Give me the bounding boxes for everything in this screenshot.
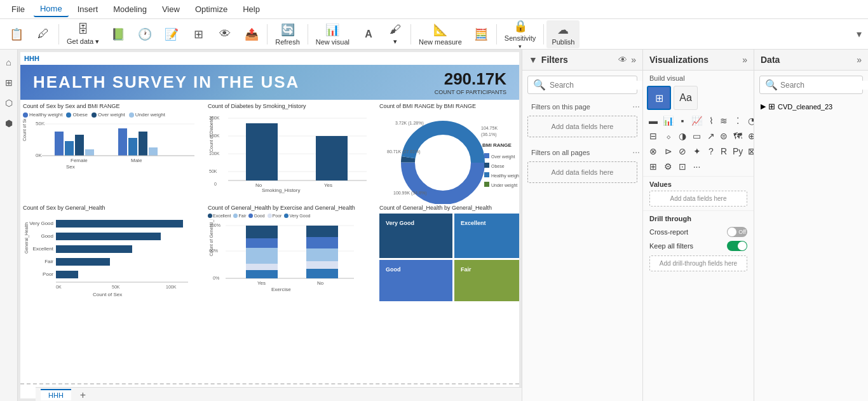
svg-text:Excellent: Excellent [33,246,54,252]
get-data-button[interactable]: 🗄 Get data ▾ [62,20,104,48]
add-tab-button[interactable]: + [72,387,93,402]
menu-view[interactable]: View [156,2,186,17]
refresh-button[interactable]: 🔄 Refresh [270,20,305,48]
viz-slicer[interactable]: ⊜ [718,129,729,143]
format-painter-button[interactable]: 🖊 [31,25,56,43]
filters-eye-icon[interactable]: 👁 [618,55,627,65]
menu-help[interactable]: Help [236,2,266,17]
viz-filled-map[interactable]: ⊕ [746,129,754,143]
viz-smart-narr[interactable]: ✦ [689,144,704,158]
data-expand-icon[interactable]: » [857,55,862,65]
table-button[interactable]: ⊞ [186,25,211,44]
share-button[interactable]: 📤 [239,25,264,44]
enter-data-button[interactable]: 📝 [159,25,184,44]
viz-key-influencers[interactable]: ⊘ [677,144,688,158]
viz-paginated[interactable]: R [718,144,729,158]
viz-qna[interactable]: ? [705,144,717,158]
filters-panel-icons: 👁 » [618,55,636,65]
viz-drill-title: Drill through [649,215,747,222]
filters-search-box[interactable]: 🔍 [527,76,637,94]
canvas-bottom-line [20,383,519,384]
viz-ribbon-chart[interactable]: ≋ [718,114,729,128]
chart1-title: Count of Sex by Sex and BMI RANGE [23,103,204,109]
bottom-tab-bar: HHH + [36,387,522,401]
tab-hhh[interactable]: HHH [41,389,71,400]
menu-optimize[interactable]: Optimize [189,2,234,17]
dataflow-button[interactable]: 🕐 [132,25,158,44]
viz-values-field[interactable]: Add data fields here [649,191,747,207]
menu-file[interactable]: File [5,2,31,17]
filters-add-box1[interactable]: Add data fields here [527,116,637,137]
sidebar-model-icon[interactable]: ⬡ [3,95,15,111]
keep-filters-toggle[interactable]: On [727,241,747,251]
chart3-container[interactable]: Count of BMI RANGE by BMI RANGE 3.72K (1… [379,103,519,201]
shapes-button[interactable]: 🖌 ▾ [383,20,408,48]
viz-values-title: Values [649,180,747,188]
publish-button[interactable]: ☁ Publish [546,20,580,48]
chart6-container[interactable]: Count of General_Health by General_Healt… [379,205,519,306]
viz-format-icon[interactable]: Aa [674,86,698,110]
sidebar-home-icon[interactable]: ⌂ [3,55,13,70]
data-search-input[interactable] [780,81,868,90]
chart2-svg: 200K 150K 100K 50K 0 No Yes Smo [208,112,373,194]
viz-drill-field[interactable]: Add drill-through fields here [649,255,747,271]
sidebar-table-icon[interactable]: ⊞ [3,75,15,90]
filters-section1-menu[interactable]: ··· [632,101,640,111]
viz-pie[interactable]: ◔ [746,114,754,128]
viz-line-chart[interactable]: 📈 [689,114,704,128]
new-measure-button[interactable]: 📐 New measure [414,20,467,48]
viz-bar-chart[interactable]: 📊 [661,114,675,128]
quick-measure-button[interactable]: 🧮 [468,25,494,44]
paste-button[interactable]: 📋 [4,25,29,44]
menu-insert[interactable]: Insert [71,2,105,17]
viz-card[interactable]: ▭ [689,129,704,143]
sidebar-explore-icon[interactable]: ⬢ [3,116,15,131]
viz-drill-section: Drill through Cross-report Off Keep all … [643,210,754,275]
filters-section2-menu[interactable]: ··· [632,147,640,157]
viz-stacked-bar[interactable]: ▬ [647,114,660,128]
viz-gauge[interactable]: ◑ [677,129,688,143]
viz-custom1[interactable]: ⚙ [661,160,675,173]
chart4-container[interactable]: Count of Sex by General_Health Very Good… [23,205,204,303]
viz-azure-map[interactable]: ⊗ [647,144,660,158]
filters-expand-icon[interactable]: » [631,55,636,65]
svg-rect-49 [484,182,489,187]
viz-map[interactable]: 🗺 [731,129,745,143]
data-tree-item-cvd[interactable]: ▶ ⊞ CVD_cleaned_23 [754,99,868,114]
viz-table-icon[interactable]: ⊞ [647,86,671,110]
viz-python[interactable]: Py [731,144,745,158]
viz-waterfall[interactable]: ⊞ [647,160,660,173]
data-search-box[interactable]: 🔍 [759,76,863,94]
viz-kpi[interactable]: ↗ [705,129,717,143]
viz-scatter[interactable]: ⁚ [731,114,745,128]
sensitivity-button[interactable]: 🔒 Sensitivity ▾ [499,17,541,52]
viz-more[interactable]: ··· [689,160,704,173]
menu-home[interactable]: Home [34,1,69,17]
svg-text:Male: Male [131,158,142,163]
viz-area-chart[interactable]: ⌇ [705,114,717,128]
filters-add-box2[interactable]: Add data fields here [527,161,637,183]
viz-treemap[interactable]: ⊟ [647,129,660,143]
chart2-container[interactable]: Count of Diabetes by Smoking_History 200… [208,103,376,198]
menu-modeling[interactable]: Modeling [107,2,153,17]
svg-text:50K: 50K [112,285,120,289]
cross-report-toggle[interactable]: Off [727,227,747,237]
viz-expand-icon[interactable]: » [742,55,747,65]
new-visual-button[interactable]: 📊 New visual [311,20,355,48]
svg-rect-59 [56,245,132,253]
svg-rect-58 [56,233,161,240]
viz-matrix[interactable]: ⊠ [746,144,754,158]
eye-button[interactable]: 👁 [212,25,238,43]
viz-custom2[interactable]: ⊡ [677,160,688,173]
filters-search-input[interactable] [550,81,645,90]
chart1-container[interactable]: Count of Sex by Sex and BMI RANGE Health… [23,103,204,198]
chart5-container[interactable]: Count of General_Health by Exercise and … [208,205,376,306]
viz-100pct-bar[interactable]: ▪ [677,114,688,128]
report-count-label: COUNT OF PARTICIPANTS [435,89,506,95]
text-box-button[interactable]: A [356,26,381,43]
toolbar-expand[interactable]: ▾ [854,25,864,43]
viz-decomp-tree[interactable]: ⊳ [661,144,675,158]
excel-button[interactable]: 📗 [105,25,131,44]
toolbar: 📋 🖊 🗄 Get data ▾ 📗 🕐 📝 ⊞ 👁 📤 🔄 Refresh 📊… [0,19,868,50]
viz-funnel[interactable]: ⬦ [661,129,675,143]
